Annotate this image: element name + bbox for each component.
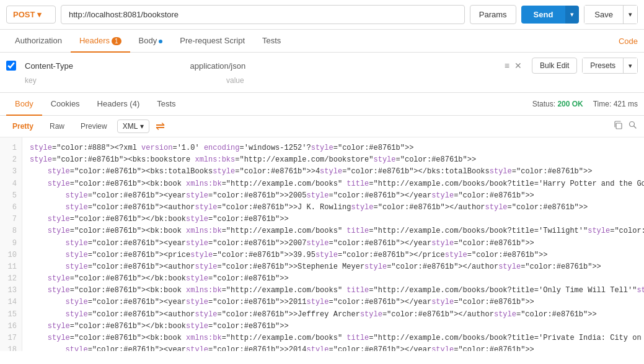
headers-section: ≡ ✕ Bulk Edit Presets ▾ key value [0, 53, 644, 93]
line-number: 3 [0, 166, 22, 178]
code-line: style="color:#e8761b"><bks:bookstore xml… [30, 154, 637, 166]
save-button-group: Save ▾ [584, 5, 638, 24]
code-line: style="color:#e8761b"><authorstyle="colo… [30, 202, 637, 214]
line-number: 10 [0, 249, 22, 261]
code-line: style="color:#e8761b"><bks:totalBookssty… [30, 166, 637, 178]
code-line: style="color:#e8761b"><authorstyle="colo… [30, 309, 637, 321]
code-line: style="color:#e8761b"></bk:bookstyle="co… [30, 273, 637, 285]
code-line: style="color:#e8761b"><bk:book xmlns:bk=… [30, 332, 637, 344]
code-line: style="color:#e8761b"><yearstyle="color:… [30, 344, 637, 351]
code-line: style="color:#e8761b"><bk:book xmlns:bk=… [30, 225, 637, 237]
code-content[interactable]: style="color:#888"><?xml version='1.0' e… [22, 137, 644, 351]
top-bar: POST ▾ Params Send ▾ Save ▾ [0, 0, 644, 30]
status-label: Status: 200 OK [532, 100, 583, 108]
body-dot [159, 40, 162, 43]
params-button[interactable]: Params [470, 5, 516, 24]
status-info: Status: 200 OK Time: 421 ms [532, 100, 638, 108]
method-label: POST [13, 10, 35, 19]
send-chevron-button[interactable]: ▾ [565, 6, 579, 24]
code-line: style="color:#e8761b"><authorstyle="colo… [30, 261, 637, 273]
viewer-icons [613, 120, 638, 132]
save-button[interactable]: Save [584, 5, 623, 24]
code-line: style="color:#e8761b"></bk:bookstyle="co… [30, 321, 637, 332]
line-number: 11 [0, 261, 22, 273]
tab-authorization[interactable]: Authorization [6, 30, 71, 53]
line-numbers: 1234567891011121314151617181920212223 [0, 137, 22, 351]
format-tab-raw[interactable]: Raw [43, 119, 71, 133]
code-link[interactable]: Code [619, 37, 638, 46]
line-number: 18 [0, 344, 22, 351]
xml-format-dropdown[interactable]: XML ▾ [117, 119, 150, 133]
line-number: 15 [0, 309, 22, 321]
line-number: 16 [0, 321, 22, 332]
line-number: 5 [0, 190, 22, 202]
line-number: 13 [0, 285, 22, 297]
tab-body-response[interactable]: Body [6, 93, 42, 116]
headers-badge: 1 [112, 37, 121, 45]
line-number: 12 [0, 273, 22, 285]
response-tabs: Body Cookies Headers (4) Tests Status: 2… [0, 93, 644, 116]
line-number: 8 [0, 225, 22, 237]
send-button[interactable]: Send [521, 6, 566, 24]
url-input[interactable] [61, 5, 465, 24]
format-tab-pretty[interactable]: Pretty [6, 119, 40, 133]
tab-body[interactable]: Body [130, 30, 172, 53]
line-number: 9 [0, 238, 22, 249]
wrap-icon[interactable]: ⇌ [156, 119, 165, 133]
xml-chevron-icon: ▾ [140, 122, 144, 131]
code-line: style="color:#e8761b"><bk:book xmlns:bk=… [30, 285, 637, 297]
code-viewer: 1234567891011121314151617181920212223 st… [0, 137, 644, 351]
format-bar: Pretty Raw Preview XML ▾ ⇌ [0, 116, 644, 137]
line-number: 7 [0, 214, 22, 225]
bulk-edit-button[interactable]: Bulk Edit [532, 58, 577, 74]
method-dropdown[interactable]: POST ▾ [6, 6, 56, 24]
tab-headers-response[interactable]: Headers (4) [89, 93, 149, 116]
presets-button[interactable]: Presets [582, 58, 623, 74]
line-number: 6 [0, 202, 22, 214]
empty-header-row: key value [6, 74, 638, 87]
code-viewer-inner: 1234567891011121314151617181920212223 st… [0, 137, 644, 351]
header-icons: ≡ ✕ [505, 61, 522, 71]
line-number: 2 [0, 154, 22, 166]
line-number: 17 [0, 332, 22, 344]
header-key-input[interactable] [21, 59, 182, 73]
line-number: 4 [0, 178, 22, 190]
line-number: 14 [0, 297, 22, 308]
header-value-input[interactable] [187, 59, 500, 73]
empty-key-label: key [25, 76, 221, 85]
presets-button-group: Presets ▾ [582, 58, 638, 74]
tab-prerequest[interactable]: Pre-request Script [171, 30, 254, 53]
tab-tests-request[interactable]: Tests [254, 30, 289, 53]
search-icon[interactable] [628, 120, 638, 132]
code-line: style="color:#e8761b"><pricestyle="color… [30, 249, 637, 261]
time-label: Time: 421 ms [593, 100, 638, 108]
header-checkbox[interactable] [6, 61, 16, 71]
code-line: style="color:#e8761b"><bk:book xmlns:bk=… [30, 178, 637, 190]
method-chevron-icon: ▾ [37, 10, 42, 19]
save-chevron-button[interactable]: ▾ [623, 5, 638, 24]
tab-cookies[interactable]: Cookies [42, 93, 89, 116]
code-line: style="color:#e8761b"><yearstyle="color:… [30, 238, 637, 249]
empty-value-label: value [226, 76, 619, 85]
header-close-icon[interactable]: ✕ [514, 61, 522, 71]
code-line: style="color:#e8761b"></bk:bookstyle="co… [30, 214, 637, 225]
code-line: style="color:#e8761b"><yearstyle="color:… [30, 190, 637, 202]
svg-point-1 [630, 122, 635, 127]
copy-icon[interactable] [613, 120, 623, 132]
request-tabs: Authorization Headers1 Body Pre-request … [0, 30, 644, 53]
tab-tests-response[interactable]: Tests [148, 93, 184, 116]
status-value: 200 OK [557, 100, 583, 108]
code-line: style="color:#e8761b"><yearstyle="color:… [30, 297, 637, 308]
header-row: ≡ ✕ Bulk Edit Presets ▾ [6, 58, 638, 74]
time-value: 421 ms [614, 100, 638, 108]
presets-chevron-button[interactable]: ▾ [623, 58, 638, 74]
format-tab-preview[interactable]: Preview [74, 119, 113, 133]
code-line: style="color:#888"><?xml version='1.0' e… [30, 142, 637, 154]
line-number: 1 [0, 142, 22, 154]
send-button-group: Send ▾ [521, 6, 580, 24]
tab-headers[interactable]: Headers1 [71, 30, 130, 53]
header-menu-icon[interactable]: ≡ [505, 61, 509, 71]
svg-rect-0 [616, 123, 622, 129]
